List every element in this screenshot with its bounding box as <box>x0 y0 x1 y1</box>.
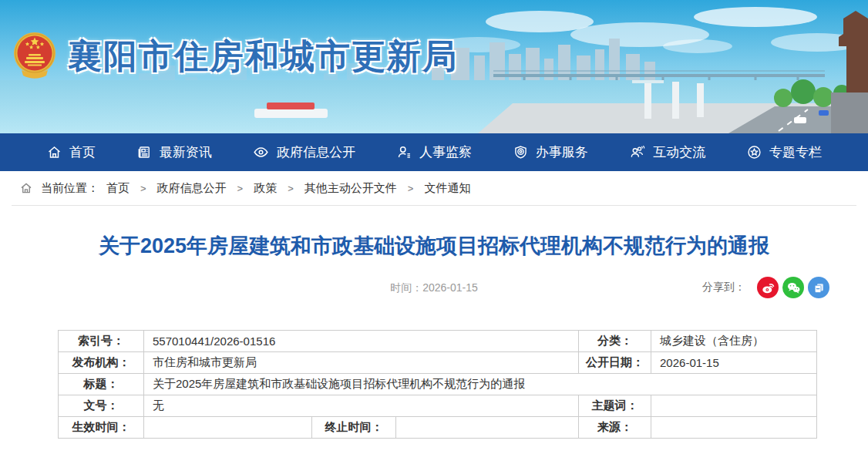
effective-date-value <box>144 417 312 439</box>
index-label: 索引号： <box>59 331 144 352</box>
nav-label: 政府信息公开 <box>277 143 355 161</box>
person-audit-icon <box>396 144 412 160</box>
national-emblem-icon <box>12 31 57 82</box>
table-row-doc-number: 文号： 无 主题词： <box>59 395 817 417</box>
expiry-date-value <box>396 417 579 439</box>
share-group: 分享到： <box>702 277 829 298</box>
doc-number-value: 无 <box>144 395 579 417</box>
publish-date-value: 2026-01-15 <box>651 352 817 374</box>
article-meta: 时间：2026-01-15 分享到： <box>0 276 868 299</box>
table-row-index: 索引号： 557010441/2026-01516 分类： 城乡建设（含住房） <box>59 331 817 352</box>
breadcrumb-item-home[interactable]: 首页 <box>106 181 130 196</box>
nav-item-special-topics[interactable]: 专题专栏 <box>746 143 822 161</box>
time-label: 时间： <box>390 281 422 294</box>
nav-item-interaction[interactable]: 互动交流 <box>628 143 705 161</box>
nav-item-home[interactable]: 首页 <box>46 143 96 161</box>
nav-label: 互动交流 <box>653 143 705 161</box>
wechat-share-icon[interactable] <box>782 277 804 298</box>
expiry-date-label: 终止时间： <box>312 417 396 439</box>
nav-item-personnel[interactable]: 人事监察 <box>396 143 472 161</box>
breadcrumb-item-policy[interactable]: 政策 <box>254 181 277 196</box>
nav-label: 办事服务 <box>536 143 588 161</box>
table-row-dates: 生效时间： 终止时间： 来源： <box>59 417 817 439</box>
breadcrumb: 当前位置： 首页 > 政府信息公开 > 政策 > 其他主动公开文件 > 文件通知 <box>12 171 856 206</box>
chat-people-icon <box>628 144 646 160</box>
breadcrumb-item-other-public-files[interactable]: 其他主动公开文件 <box>304 181 397 196</box>
agency-label: 发布机构： <box>59 352 144 374</box>
document-info-table: 索引号： 557010441/2026-01516 分类： 城乡建设（含住房） … <box>58 330 817 439</box>
share-label: 分享到： <box>702 281 745 294</box>
table-row-agency: 发布机构： 市住房和城市更新局 公开日期： 2026-01-15 <box>59 352 817 374</box>
star-circle-icon <box>746 144 762 160</box>
table-row-title: 标题： 关于2025年房屋建筑和市政基础设施项目招标代理机构不规范行为的通报 <box>59 374 817 395</box>
effective-date-label: 生效时间： <box>59 417 144 439</box>
nav-item-services[interactable]: 办事服务 <box>513 143 588 161</box>
eye-icon <box>252 144 270 160</box>
breadcrumb-separator: > <box>140 183 146 194</box>
keywords-value <box>651 395 817 417</box>
source-value <box>651 417 817 439</box>
title-value: 关于2025年房屋建筑和市政基础设施项目招标代理机构不规范行为的通报 <box>144 374 817 395</box>
keywords-label: 主题词： <box>579 395 651 417</box>
nav-label: 专题专栏 <box>769 143 822 161</box>
article-title: 关于2025年房屋建筑和市政基础设施项目招标代理机构不规范行为的通报 <box>46 232 822 260</box>
breadcrumb-home-icon <box>19 181 33 195</box>
agency-value: 市住房和城市更新局 <box>144 352 579 374</box>
home-icon <box>46 144 62 160</box>
doc-number-label: 文号： <box>59 395 144 417</box>
nav-label: 最新资讯 <box>160 143 212 161</box>
nav-label: 首页 <box>69 143 96 161</box>
time-value: 2026-01-15 <box>422 281 478 294</box>
nav-label: 人事监察 <box>419 143 472 161</box>
main-nav: 首页 最新资讯 政府信息公开 人事监察 办事服务 <box>0 133 868 171</box>
breadcrumb-separator: > <box>237 183 244 194</box>
breadcrumb-item-file-notice[interactable]: 文件通知 <box>424 181 470 196</box>
news-icon <box>136 144 153 160</box>
publish-date-label: 公开日期： <box>579 352 651 374</box>
title-label: 标题： <box>59 374 144 395</box>
breadcrumb-separator: > <box>288 183 294 194</box>
category-label: 分类： <box>579 331 651 352</box>
source-label: 来源： <box>579 417 651 439</box>
nav-item-news[interactable]: 最新资讯 <box>136 143 212 161</box>
shield-badge-icon <box>513 144 529 160</box>
breadcrumb-separator: > <box>408 183 414 194</box>
site-banner: 襄阳市住房和城市更新局 <box>0 0 868 133</box>
breadcrumb-label: 当前位置： <box>41 181 99 196</box>
breadcrumb-item-gov-info[interactable]: 政府信息公开 <box>157 181 227 196</box>
index-value: 557010441/2026-01516 <box>144 331 579 352</box>
site-title: 襄阳市住房和城市更新局 <box>68 34 458 79</box>
copy-link-share-icon[interactable] <box>808 277 829 298</box>
weibo-share-icon[interactable] <box>757 277 779 298</box>
nav-item-gov-info[interactable]: 政府信息公开 <box>252 143 355 161</box>
category-value: 城乡建设（含住房） <box>651 331 817 352</box>
